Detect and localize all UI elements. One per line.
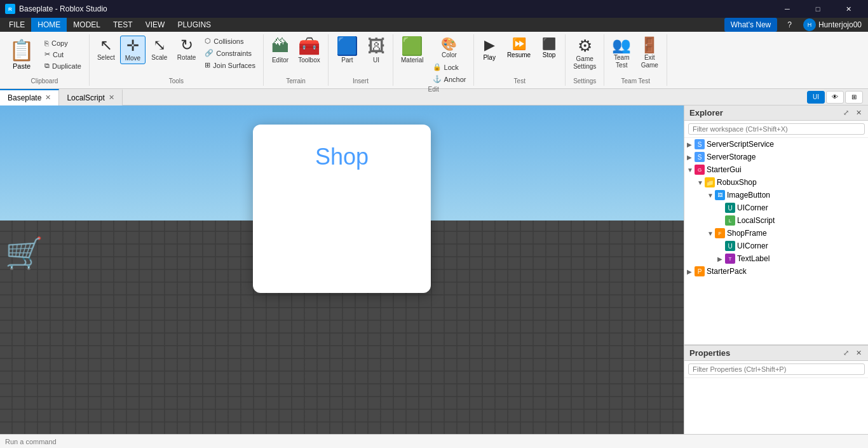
toggle-shopframe[interactable]: ▼ (707, 230, 715, 237)
anchor-button[interactable]: ⚓ Anchor (429, 74, 470, 85)
game-settings-button[interactable]: ⚙ GameSettings (569, 36, 600, 72)
explorer-tree: ▶ S ServerScriptService ▶ S ServerStorag… (684, 138, 868, 344)
menu-file[interactable]: FILE (3, 18, 31, 32)
resume-button[interactable]: ⏩ Resume (502, 36, 536, 60)
close-button[interactable]: ✕ (834, 0, 863, 18)
label-uicorner2: UICorner (737, 241, 768, 250)
whats-new-button[interactable]: What's New (724, 18, 778, 32)
team-test-section: 👥 TeamTest 🚪 ExitGame Team Test (604, 34, 667, 86)
icon-startergui: G (695, 165, 705, 175)
select-button[interactable]: ↖ Select (93, 36, 119, 63)
menu-test[interactable]: TEST (107, 18, 139, 32)
tree-starterpack[interactable]: ▶ P StarterPack (684, 265, 868, 278)
tab-localscript-close[interactable]: ✕ (109, 93, 114, 102)
status-bar (0, 434, 868, 448)
command-input[interactable] (5, 438, 863, 445)
play-label: Play (483, 54, 495, 61)
eye-button[interactable]: 👁 (826, 91, 844, 104)
scale-button[interactable]: ⤡ Scale (147, 36, 172, 63)
toggle-starterpack[interactable]: ▶ (687, 268, 695, 275)
rotate-icon: ↻ (180, 37, 193, 53)
explorer-title: Explorer (689, 108, 723, 118)
tab-baseplate[interactable]: Baseplate ✕ (0, 89, 59, 105)
select-label: Select (97, 54, 115, 61)
editor-button[interactable]: 🏔 Editor (268, 36, 293, 65)
tree-textlabel[interactable]: ▶ T TextLabel (684, 252, 868, 265)
exit-game-button[interactable]: 🚪 ExitGame (636, 36, 663, 71)
move-button[interactable]: ✛ Move (120, 36, 146, 64)
tree-serverscriptservice[interactable]: ▶ S ServerScriptService (684, 138, 868, 151)
toolbox-button[interactable]: 🧰 Toolbox (294, 36, 324, 65)
icon-starterpack: P (695, 266, 705, 276)
tree-startergui[interactable]: ▼ G StarterGui (684, 163, 868, 176)
toggle-serverscriptservice[interactable]: ▶ (687, 141, 695, 148)
constraints-button[interactable]: 🔗 Constraints (201, 48, 259, 58)
tree-uicorner2[interactable]: U UICorner (684, 240, 868, 252)
toggle-uicorner2[interactable] (717, 243, 725, 250)
copy-button[interactable]: ⎘ Copy (41, 38, 85, 48)
icon-robuxshop: 📁 (705, 177, 715, 187)
terrain-label: Terrain (286, 76, 306, 85)
rotate-button[interactable]: ↻ Rotate (173, 36, 200, 63)
minimize-button[interactable]: ─ (773, 0, 802, 18)
shop-title: Shop (315, 144, 369, 170)
move-icon: ✛ (126, 38, 139, 53)
explorer-search-input[interactable] (688, 123, 865, 135)
ui-button[interactable]: 🖼 UI (363, 36, 389, 65)
toggle-robuxshop[interactable]: ▼ (697, 179, 705, 186)
resume-icon: ⏩ (512, 37, 526, 51)
settings-icon: ⚙ (578, 37, 592, 54)
toggle-localscript-node[interactable] (717, 217, 725, 224)
label-textlabel: TextLabel (737, 254, 770, 263)
team-test-button[interactable]: 👥 TeamTest (608, 36, 635, 71)
properties-search-input[interactable] (688, 363, 865, 375)
maximize-button[interactable]: □ (803, 0, 832, 18)
constraints-label: Constraints (216, 50, 252, 57)
tree-shopframe[interactable]: ▼ F ShopFrame (684, 227, 868, 240)
toggle-uicorner1[interactable] (717, 205, 725, 212)
tree-imagebutton[interactable]: ▼ 🖼 ImageButton (684, 189, 868, 201)
menu-view[interactable]: VIEW (139, 18, 172, 32)
color-icon: 🎨 (441, 37, 457, 50)
stop-icon: ⬛ (542, 37, 556, 51)
tree-localscript-node[interactable]: L LocalScript (684, 214, 868, 227)
properties-close-button[interactable]: ✕ (853, 348, 864, 358)
tab-baseplate-close[interactable]: ✕ (45, 93, 51, 102)
toggle-imagebutton[interactable]: ▼ (707, 192, 715, 199)
ui-toggle-button[interactable]: UI (807, 91, 825, 104)
help-button[interactable]: ? (783, 20, 796, 29)
menu-home[interactable]: HOME (31, 18, 67, 32)
tree-robuxshop[interactable]: ▼ 📁 RobuxShop (684, 176, 868, 189)
insert-section: 🟦 Part 🖼 UI Insert (329, 34, 393, 86)
part-button[interactable]: 🟦 Part (332, 36, 362, 65)
viewport[interactable]: 🛒 Shop (0, 105, 684, 434)
material-button[interactable]: 🟩 Material (397, 36, 428, 65)
duplicate-button[interactable]: ⧉ Duplicate (41, 60, 85, 71)
toggle-textlabel[interactable]: ▶ (717, 255, 725, 262)
menu-model[interactable]: MODEL (67, 18, 107, 32)
play-button[interactable]: ▶ Play (478, 36, 500, 62)
explorer-close-button[interactable]: ✕ (853, 108, 864, 118)
paste-button[interactable]: 📋 Paste (4, 36, 39, 72)
label-startergui: StarterGui (707, 165, 742, 174)
toggle-serverstorage[interactable]: ▶ (687, 154, 695, 161)
tree-uicorner1[interactable]: U UICorner (684, 201, 868, 214)
anchor-icon: ⚓ (433, 75, 442, 83)
collisions-button[interactable]: ⬡ Collisions (201, 36, 259, 46)
user-account[interactable]: H Hunterjojo00 (799, 18, 865, 31)
toggle-startergui[interactable]: ▼ (687, 166, 695, 173)
tree-serverstorage[interactable]: ▶ S ServerStorage (684, 151, 868, 163)
properties-expand-button[interactable]: ⤢ (841, 348, 851, 358)
grid-button[interactable]: ⊞ (845, 91, 863, 104)
tab-localscript[interactable]: LocalScript ✕ (59, 89, 122, 105)
app-title: Baseplate - Roblox Studio (19, 4, 107, 13)
stop-button[interactable]: ⬛ Stop (537, 36, 561, 60)
lock-button[interactable]: 🔒 Lock (429, 62, 470, 72)
cut-button[interactable]: ✂ Cut (41, 49, 85, 60)
join-surfaces-button[interactable]: ⊞ Join Surfaces (201, 60, 259, 71)
menu-plugins[interactable]: PLUGINS (171, 18, 217, 32)
main-area: 🛒 Shop Explorer ⤢ ✕ ▶ S (0, 105, 868, 434)
label-imagebutton: ImageButton (727, 191, 770, 200)
explorer-expand-button[interactable]: ⤢ (841, 108, 851, 118)
color-button[interactable]: 🎨 Color (429, 36, 470, 60)
